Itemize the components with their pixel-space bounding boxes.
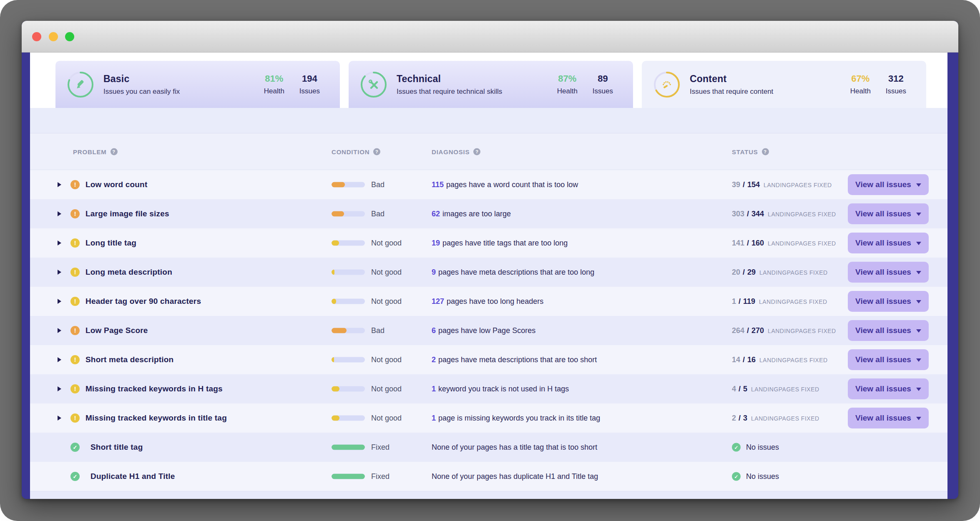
check-icon: ✓ (732, 443, 741, 452)
view-all-issues-button[interactable]: View all issues (848, 203, 929, 224)
condition-label: Not good (371, 414, 402, 423)
expand-caret-icon[interactable] (58, 270, 61, 275)
screenshot-canvas: Basic Issues you can easily fix 81% Heal… (0, 0, 980, 521)
help-icon[interactable]: ? (111, 148, 118, 155)
diagnosis-text: 6pages have low Page Scores (432, 326, 535, 335)
table-row[interactable]: ! Large image file sizes Bad 62images ar… (30, 199, 947, 228)
dropdown-caret-icon (916, 388, 921, 391)
check-icon: ✓ (732, 472, 741, 481)
severity-icon: ! (70, 268, 80, 277)
condition-bar (332, 357, 365, 363)
diagnosis-text: 62images are too large (432, 210, 511, 218)
dropdown-caret-icon (916, 358, 921, 362)
condition-label: Not good (371, 356, 402, 364)
table-row[interactable]: ✓ Duplicate H1 and Title Fixed None of y… (30, 462, 947, 491)
expand-caret-icon[interactable] (58, 299, 61, 304)
condition-bar (332, 445, 365, 450)
status-progress: 141/160LANDINGPAGES FIXED (732, 239, 836, 248)
next-row-sliver (30, 491, 947, 499)
tools-icon (369, 80, 377, 88)
status-fixed-count: 303 (732, 210, 744, 218)
expand-caret-icon[interactable] (58, 211, 61, 216)
status-total-count: 119 (743, 297, 755, 306)
view-all-issues-button[interactable]: View all issues (848, 233, 929, 253)
table-row[interactable]: ! Low word count Bad 115pages have a wor… (30, 170, 947, 199)
view-all-issues-button[interactable]: View all issues (848, 320, 929, 341)
card-subtitle: Issues that require content (690, 88, 773, 96)
health-ring (360, 71, 387, 98)
condition-label: Bad (371, 180, 384, 189)
minimize-window-button[interactable] (49, 32, 58, 41)
diagnosis-text: 1keyword you track is not used in H tags (432, 385, 569, 393)
card-technical[interactable]: Technical Issues that require technical … (349, 61, 633, 108)
expand-caret-icon[interactable] (58, 240, 61, 245)
severity-icon: ! (70, 238, 80, 248)
status-caption: LANDINGPAGES FIXED (751, 415, 819, 422)
table-header: PROBLEM ? CONDITION ? DIAGNOSIS ? (30, 133, 947, 170)
health-ring (653, 71, 681, 98)
view-all-issues-button[interactable]: View all issues (848, 262, 929, 283)
table-row[interactable]: ! Missing tracked keywords in title tag … (30, 403, 947, 433)
diagnosis-text: 19pages have title tags that are too lon… (432, 239, 568, 248)
card-title: Content (690, 73, 773, 85)
health-label: Health (557, 87, 578, 95)
table-row[interactable]: ! Short meta description Not good 2pages… (30, 345, 947, 374)
view-all-issues-button[interactable]: View all issues (848, 291, 929, 312)
card-title: Technical (397, 73, 502, 85)
view-all-issues-button[interactable]: View all issues (848, 408, 929, 428)
health-label: Health (850, 87, 871, 95)
status-caption: LANDINGPAGES FIXED (768, 240, 836, 247)
view-all-issues-button[interactable]: View all issues (848, 378, 929, 399)
view-all-issues-button[interactable]: View all issues (848, 349, 929, 370)
diagnosis-text: 1page is missing keywords you track in i… (432, 414, 600, 423)
table-body: ! Low word count Bad 115pages have a wor… (30, 170, 947, 491)
status-caption: LANDINGPAGES FIXED (768, 328, 836, 334)
condition-label: Bad (371, 326, 384, 335)
problem-title: Missing tracked keywords in title tag (85, 413, 227, 423)
condition-bar (332, 416, 365, 421)
expand-caret-icon[interactable] (58, 386, 61, 391)
help-icon[interactable]: ? (762, 148, 769, 155)
help-icon[interactable]: ? (473, 148, 480, 155)
table-row[interactable]: ✓ Short title tag Fixed None of your pag… (30, 433, 947, 462)
diagnosis-text: 9pages have meta descriptions that are t… (432, 268, 594, 277)
table-row[interactable]: ! Low Page Score Bad 6pages have low Pag… (30, 316, 947, 345)
issues-table: PROBLEM ? CONDITION ? DIAGNOSIS ? (30, 108, 947, 499)
health-value: 87% (557, 73, 578, 84)
close-window-button[interactable] (32, 32, 41, 41)
status-fixed-count: 39 (732, 180, 740, 189)
expand-caret-icon[interactable] (58, 182, 61, 187)
problem-title: Short title tag (90, 443, 143, 452)
window-titlebar[interactable] (22, 21, 958, 53)
desktop-backdrop: Basic Issues you can easily fix 81% Heal… (0, 0, 980, 521)
help-icon[interactable]: ? (373, 148, 380, 155)
status-fixed-count: 1 (732, 297, 736, 306)
dropdown-caret-icon (916, 183, 921, 187)
expand-caret-icon[interactable] (58, 416, 61, 421)
diagnosis-text: 127pages have too long headers (432, 297, 543, 306)
diagnosis-text: None of your pages has duplicate H1 and … (432, 472, 598, 481)
status-caption: LANDINGPAGES FIXED (764, 182, 832, 188)
maximize-window-button[interactable] (65, 32, 74, 41)
table-row[interactable]: ! Long meta description Not good 9pages … (30, 258, 947, 287)
dropdown-caret-icon (916, 329, 921, 333)
dropdown-caret-icon (916, 242, 921, 245)
diagnosis-text: None of your pages has a title tag that … (432, 443, 597, 452)
pencil-icon (77, 80, 84, 88)
condition-bar (332, 211, 365, 217)
table-row[interactable]: ! Long title tag Not good 19pages have t… (30, 228, 947, 258)
card-content[interactable]: Content Issues that require content 67% … (642, 61, 926, 108)
view-all-issues-button[interactable]: View all issues (848, 174, 929, 195)
table-row[interactable]: ! Missing tracked keywords in H tags Not… (30, 374, 947, 403)
expand-caret-icon[interactable] (58, 357, 61, 362)
column-label-condition: CONDITION (332, 148, 369, 155)
condition-label: Not good (371, 268, 402, 277)
gauge-icon (663, 81, 671, 88)
problem-title: Low Page Score (85, 326, 148, 335)
expand-caret-icon[interactable] (58, 328, 61, 333)
issues-value: 89 (593, 73, 613, 84)
table-row[interactable]: ! Header tag over 90 characters Not good… (30, 287, 947, 316)
status-caption: LANDINGPAGES FIXED (759, 269, 828, 276)
card-basic[interactable]: Basic Issues you can easily fix 81% Heal… (55, 61, 340, 108)
severity-icon: ! (70, 384, 80, 393)
